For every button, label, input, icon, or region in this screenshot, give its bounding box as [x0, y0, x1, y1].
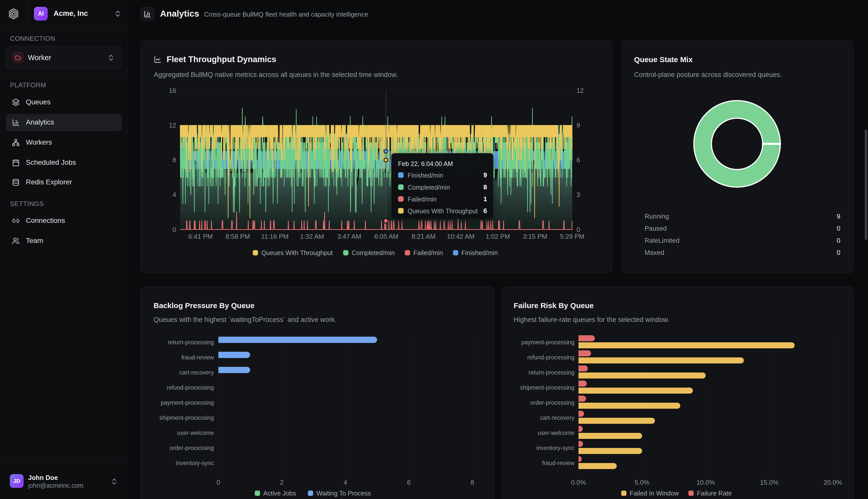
svg-text:15.0%: 15.0% [760, 479, 779, 486]
svg-text:20.0%: 20.0% [823, 479, 842, 486]
svg-text:3:47 AM: 3:47 AM [337, 233, 361, 240]
svg-text:return-processing: return-processing [528, 369, 575, 376]
svg-text:Failed/min: Failed/min [413, 249, 443, 256]
svg-text:4: 4 [173, 191, 176, 198]
svg-text:16: 16 [169, 87, 176, 94]
svg-text:8:21 AM: 8:21 AM [412, 233, 436, 240]
svg-text:8: 8 [470, 479, 474, 486]
svg-text:6:05 AM: 6:05 AM [375, 233, 398, 240]
svg-text:user-welcome: user-welcome [538, 429, 575, 436]
svg-text:order-processing: order-processing [530, 399, 575, 406]
svg-text:inventory-sync: inventory-sync [176, 460, 214, 466]
svg-text:12: 12 [577, 87, 584, 94]
svg-text:Waiting To Process: Waiting To Process [316, 490, 371, 497]
svg-text:Failure Rate: Failure Rate [697, 490, 732, 497]
svg-text:user-welcome: user-welcome [177, 429, 214, 436]
svg-text:inventory-sync: inventory-sync [537, 445, 575, 451]
svg-text:0: 0 [577, 226, 580, 233]
svg-text:Queues With Throughput: Queues With Throughput [261, 249, 333, 256]
svg-text:Active Jobs: Active Jobs [263, 490, 296, 497]
svg-text:5:29 PM: 5:29 PM [560, 233, 584, 240]
svg-text:Completed/min: Completed/min [352, 249, 395, 256]
svg-text:5.0%: 5.0% [634, 479, 649, 486]
svg-text:refund-processing: refund-processing [527, 354, 575, 361]
svg-text:6: 6 [577, 156, 580, 164]
svg-text:shipment-processing: shipment-processing [159, 414, 214, 421]
svg-text:payment-processing: payment-processing [161, 399, 214, 406]
svg-text:10.0%: 10.0% [696, 479, 715, 486]
svg-text:fraud-review: fraud-review [542, 460, 575, 466]
svg-text:12: 12 [169, 121, 176, 129]
svg-text:11:16 PM: 11:16 PM [261, 233, 289, 240]
svg-text:1:32 AM: 1:32 AM [300, 233, 324, 240]
svg-text:6: 6 [407, 479, 411, 486]
svg-text:cart-recovery: cart-recovery [179, 369, 214, 376]
svg-text:fraud-review: fraud-review [181, 354, 214, 361]
svg-text:0: 0 [217, 479, 220, 486]
svg-text:6:41 PM: 6:41 PM [188, 233, 213, 240]
svg-text:9: 9 [577, 121, 580, 129]
svg-text:Finished/min: Finished/min [461, 249, 498, 256]
svg-text:10:42 AM: 10:42 AM [447, 233, 475, 240]
svg-text:return-processing: return-processing [168, 339, 214, 345]
svg-text:2: 2 [280, 479, 284, 486]
svg-text:shipment-processing: shipment-processing [520, 384, 575, 391]
svg-text:8:58 PM: 8:58 PM [225, 233, 250, 240]
svg-text:3: 3 [577, 191, 580, 198]
svg-text:payment-processing: payment-processing [521, 339, 575, 345]
svg-text:cart-recovery: cart-recovery [540, 414, 575, 421]
svg-text:0: 0 [173, 226, 176, 233]
svg-text:8: 8 [173, 156, 176, 164]
svg-text:refund-processing: refund-processing [167, 384, 214, 391]
svg-text:4: 4 [343, 479, 347, 486]
svg-text:3:15 PM: 3:15 PM [523, 233, 548, 240]
svg-text:0.0%: 0.0% [571, 479, 586, 486]
svg-text:order-processing: order-processing [169, 445, 214, 451]
svg-text:1:02 PM: 1:02 PM [486, 233, 510, 240]
svg-text:Failed In Window: Failed In Window [630, 490, 679, 497]
